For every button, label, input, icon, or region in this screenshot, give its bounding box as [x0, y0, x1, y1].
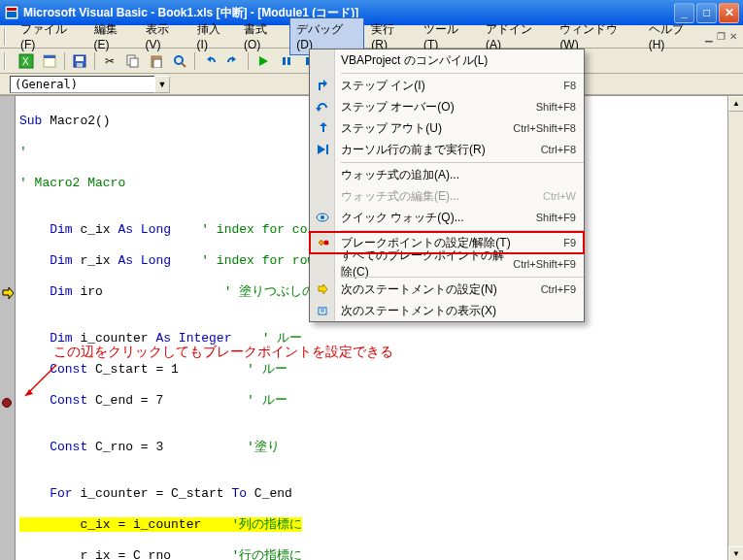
step-out-icon: [316, 121, 329, 135]
close-button[interactable]: ✕: [719, 3, 739, 23]
svg-point-12: [175, 56, 183, 64]
svg-point-26: [321, 215, 324, 219]
set-next-icon: [317, 283, 328, 295]
mdi-restore-button[interactable]: ❐: [717, 31, 726, 42]
save-button[interactable]: [69, 50, 90, 72]
svg-rect-24: [326, 145, 328, 154]
copy-button[interactable]: [122, 50, 144, 72]
breakpoint-icon[interactable]: [2, 398, 12, 408]
run-to-cursor-icon: [316, 143, 329, 156]
redo-button[interactable]: [222, 50, 244, 72]
svg-point-27: [323, 241, 328, 246]
quick-watch-icon: [316, 211, 329, 224]
menu-step-out[interactable]: ステップ アウト(U)Ctrl+Shift+F8: [310, 117, 584, 139]
mdi-close-button[interactable]: ✕: [729, 31, 737, 42]
step-over-icon: [316, 100, 329, 114]
run-button[interactable]: [253, 50, 274, 72]
scroll-down-button[interactable]: ▼: [728, 546, 743, 560]
dropdown-arrow-icon[interactable]: ▼: [154, 76, 170, 93]
grip-handle[interactable]: [4, 28, 10, 46]
code-gutter[interactable]: [0, 96, 16, 560]
show-next-icon: [317, 305, 328, 316]
svg-rect-14: [287, 57, 290, 65]
svg-rect-13: [283, 57, 286, 65]
menu-add-watch[interactable]: ウォッチ式の追加(A)...: [310, 164, 584, 185]
menu-bar: ファイル(F) 編集(E) 表示(V) 挿入(I) 書式(O) デバッグ(D) …: [0, 25, 743, 49]
grip-handle[interactable]: [4, 52, 10, 70]
breakpoint-toggle-icon: [316, 236, 329, 249]
step-into-icon: [316, 79, 329, 92]
menu-clear-breakpoints[interactable]: すべてのブレークポイントの解除(C)Ctrl+Shift+F9: [310, 253, 584, 275]
svg-rect-9: [130, 58, 138, 67]
svg-rect-6: [76, 56, 84, 61]
svg-rect-7: [77, 63, 83, 67]
mdi-minimize-button[interactable]: ▁: [705, 31, 713, 42]
menu-step-over[interactable]: ステップ オーバー(O)Shift+F8: [310, 96, 584, 117]
menu-step-into[interactable]: ステップ イン(I)F8: [310, 75, 584, 96]
insert-module-button[interactable]: [39, 50, 60, 72]
menu-run-to-cursor[interactable]: カーソル行の前まで実行(R)Ctrl+F8: [310, 139, 584, 160]
debug-menu-popup: VBAProject のコンパイル(L) ステップ イン(I)F8 ステップ オ…: [309, 49, 585, 322]
view-excel-button[interactable]: X: [16, 50, 37, 72]
undo-button[interactable]: [199, 50, 220, 72]
paste-button[interactable]: [146, 50, 167, 72]
find-button[interactable]: [169, 50, 190, 72]
menu-set-next[interactable]: 次のステートメントの設定(N)Ctrl+F9: [310, 279, 584, 300]
menu-help[interactable]: ヘルプ(H): [642, 17, 705, 55]
svg-rect-11: [153, 59, 161, 68]
menu-show-next[interactable]: 次のステートメントの表示(X): [310, 300, 584, 321]
menu-compile[interactable]: VBAProject のコンパイル(L): [310, 49, 584, 71]
vertical-scrollbar[interactable]: ▲ ▼: [727, 96, 743, 560]
menu-edit-watch: ウォッチ式の編集(E)...Ctrl+W: [310, 185, 584, 207]
break-button[interactable]: [276, 50, 297, 72]
menu-quick-watch[interactable]: クイック ウォッチ(Q)...Shift+F9: [310, 207, 584, 228]
cut-button[interactable]: ✂: [99, 50, 120, 72]
svg-rect-4: [44, 55, 55, 58]
scroll-up-button[interactable]: ▲: [728, 96, 743, 112]
annotation-arrow-icon: [19, 363, 60, 402]
current-line-arrow-icon: [1, 286, 15, 300]
object-dropdown[interactable]: (General): [10, 76, 155, 93]
annotation-text: この辺をクリックしてもブレークポイントを設定できる: [53, 344, 393, 361]
svg-text:X: X: [22, 56, 29, 67]
